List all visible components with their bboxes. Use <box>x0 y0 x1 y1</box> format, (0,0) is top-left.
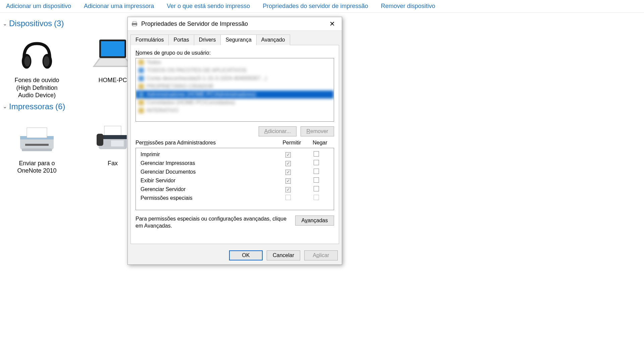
tab-ports[interactable]: Portas <box>168 35 194 45</box>
remove-group-button[interactable]: Remover <box>301 126 334 136</box>
deny-checkbox[interactable] <box>314 160 319 165</box>
allow-checkbox[interactable] <box>285 152 291 158</box>
command-bar: Adicionar um dispositivo Adicionar uma i… <box>0 0 644 13</box>
deny-checkbox[interactable] <box>314 186 319 191</box>
tab-security[interactable]: Segurança <box>220 35 256 45</box>
allow-checkbox[interactable] <box>285 178 291 184</box>
group-icon <box>139 108 144 113</box>
group-icon <box>139 92 144 97</box>
permission-label: Permissões especiais <box>141 195 274 201</box>
group-item-label: INTERATIVO <box>147 108 178 114</box>
permission-row: Exibir Servidor <box>141 176 330 185</box>
svg-rect-21 <box>111 140 124 146</box>
ok-button[interactable]: OK <box>229 250 263 260</box>
permission-row: Gerenciar Impressoras <box>141 159 330 168</box>
group-icon <box>139 76 144 81</box>
permission-row: Imprimir <box>141 150 330 159</box>
printer-label: Enviar para o OneNote 2010 <box>10 160 64 175</box>
deny-checkbox[interactable] <box>314 151 319 157</box>
permission-row: Gerenciar Servidor <box>141 185 330 194</box>
allow-column-header: Permitir <box>278 140 306 146</box>
chevron-down-icon: ⌄ <box>3 103 7 110</box>
permissions-listbox: ImprimirGerenciar ImpressorasGerenciar D… <box>136 148 334 210</box>
group-item[interactable]: PROPRIETÁRIO CRIADOR <box>136 82 334 90</box>
group-item-label: Convidados (HOME-PC\Convidados) <box>147 100 235 106</box>
group-item-label: Conta desconhecida(S-1-15-3-1024-4040093… <box>147 75 267 81</box>
tab-forms[interactable]: Formulários <box>130 35 169 45</box>
group-icon <box>139 60 144 65</box>
dialog-action-buttons: OK Cancelar Aplicar <box>229 250 338 260</box>
svg-point-3 <box>44 56 50 66</box>
group-item-label: Administradores (HOME-PC\Administradores… <box>147 92 256 98</box>
section-devices-title: Dispositivos <box>9 19 52 28</box>
svg-rect-5 <box>101 41 124 56</box>
group-item[interactable]: TODOS OS PACOTES DE APLICATIVOS <box>136 66 334 74</box>
permission-label: Gerenciar Impressoras <box>141 160 274 166</box>
group-item[interactable]: Convidados (HOME-PC\Convidados) <box>136 99 334 107</box>
svg-rect-15 <box>25 144 49 146</box>
svg-marker-7 <box>95 59 130 66</box>
tab-drivers[interactable]: Drivers <box>194 35 221 45</box>
svg-rect-27 <box>133 21 136 23</box>
advanced-hint-text: Para permissões especiais ou configuraçõ… <box>136 216 290 230</box>
svg-rect-20 <box>97 134 103 146</box>
advanced-button[interactable]: Avançadas <box>295 216 334 226</box>
groups-label: Nomes de grupo ou de usuário: <box>136 50 334 56</box>
group-icon <box>139 84 144 89</box>
svg-rect-16 <box>22 148 52 151</box>
group-item-label: Todos <box>147 59 161 65</box>
device-label: Fones de ouvido (High Definition Audio D… <box>10 76 64 99</box>
section-printers-count: (6) <box>55 102 65 111</box>
permissions-header: Permissões para Administradores Permitir… <box>136 140 334 146</box>
device-headphones[interactable]: Fones de ouvido (High Definition Audio D… <box>10 33 64 99</box>
group-item-label: PROPRIETÁRIO CRIADOR <box>147 83 213 89</box>
security-panel: Nomes de grupo ou de usuário: TodosTODOS… <box>130 45 339 244</box>
dialog-titlebar: Propriedades de Servidor de Impressão ✕ <box>128 17 342 31</box>
deny-checkbox[interactable] <box>314 177 319 183</box>
svg-rect-28 <box>133 25 136 26</box>
printer-small-icon <box>131 21 138 27</box>
svg-rect-14 <box>27 128 47 138</box>
group-icon <box>139 68 144 73</box>
headphones-icon <box>10 33 64 76</box>
groups-listbox[interactable]: TodosTODOS OS PACOTES DE APLICATIVOSCont… <box>136 58 334 122</box>
cmd-add-printer[interactable]: Adicionar uma impressora <box>84 3 154 10</box>
permission-label: Imprimir <box>141 152 274 158</box>
cmd-remove-device[interactable]: Remover dispositivo <box>381 3 435 10</box>
svg-rect-18 <box>104 126 121 136</box>
printer-onenote[interactable]: Enviar para o OneNote 2010 <box>10 116 64 175</box>
group-item[interactable]: INTERATIVO <box>136 107 334 115</box>
cmd-server-properties[interactable]: Propriedades do servidor de impressão <box>263 3 368 10</box>
add-group-button[interactable]: Adicionar... <box>259 126 297 136</box>
permission-row: Gerenciar Documentos <box>141 168 330 176</box>
svg-point-2 <box>24 56 31 66</box>
allow-checkbox[interactable] <box>285 170 291 175</box>
chevron-down-icon: ⌄ <box>3 20 7 27</box>
close-button[interactable]: ✕ <box>326 19 338 28</box>
print-server-properties-dialog: Propriedades de Servidor de Impressão ✕ … <box>127 17 342 265</box>
deny-column-header: Negar <box>306 140 334 146</box>
cancel-button[interactable]: Cancelar <box>267 250 300 260</box>
dialog-tabs: Formulários Portas Drivers Segurança Ava… <box>128 31 342 45</box>
allow-checkbox[interactable] <box>285 195 291 200</box>
permission-label: Gerenciar Servidor <box>141 186 274 192</box>
dialog-title: Propriedades de Servidor de Impressão <box>141 20 248 27</box>
group-item[interactable]: Administradores (HOME-PC\Administradores… <box>136 90 334 99</box>
apply-button[interactable]: Aplicar <box>304 250 338 260</box>
group-item[interactable]: Conta desconhecida(S-1-15-3-1024-4040093… <box>136 74 334 82</box>
section-printers-title: Impressoras <box>9 102 53 111</box>
section-devices-count: (3) <box>54 19 64 28</box>
allow-checkbox[interactable] <box>285 187 291 192</box>
group-item[interactable]: Todos <box>136 58 334 66</box>
deny-checkbox[interactable] <box>314 195 319 200</box>
printer-icon <box>10 116 64 160</box>
permission-row: Permissões especiais <box>141 194 330 202</box>
permission-label: Exibir Servidor <box>141 178 274 184</box>
group-icon <box>139 100 144 105</box>
cmd-add-device[interactable]: Adicionar um dispositivo <box>6 3 71 10</box>
tab-advanced[interactable]: Avançado <box>256 35 290 45</box>
cmd-see-printing[interactable]: Ver o que está sendo impresso <box>167 3 250 10</box>
allow-checkbox[interactable] <box>285 161 291 166</box>
deny-checkbox[interactable] <box>314 169 319 174</box>
permission-label: Gerenciar Documentos <box>141 169 274 175</box>
